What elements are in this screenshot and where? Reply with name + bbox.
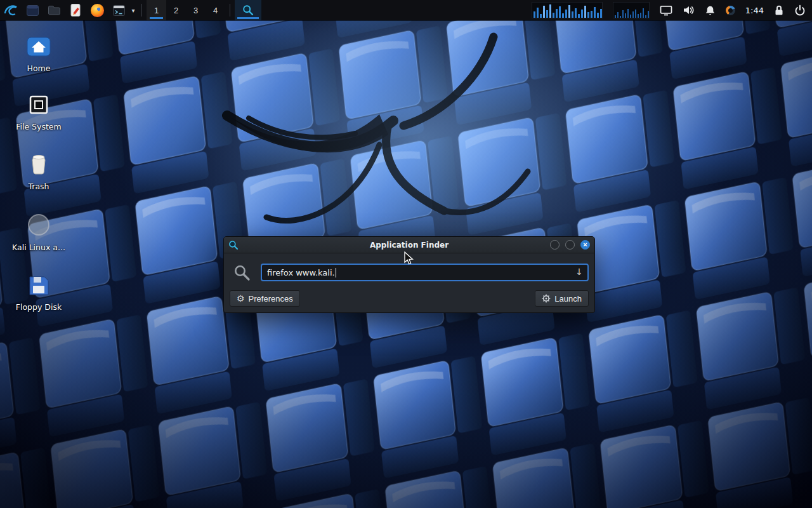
panel-clock[interactable]: 1:44 — [745, 6, 764, 15]
close-button[interactable]: × — [580, 240, 590, 250]
panel-tray: 1:44 — [532, 2, 812, 18]
text-caret — [336, 268, 336, 277]
search-input-text: firefox www.kali. — [267, 268, 335, 277]
desktop-icon-label: Kali Linux a... — [12, 243, 65, 252]
titlebar[interactable]: Application Finder × — [224, 237, 594, 253]
launch-run-icon — [542, 294, 551, 303]
network-graph-widget[interactable] — [613, 2, 650, 18]
applications-menu-button[interactable] — [0, 0, 22, 20]
volume-icon — [683, 5, 695, 15]
desktop-icon-kali-docs[interactable]: Kali Linux a... — [11, 212, 66, 252]
panel-separator — [230, 4, 230, 17]
panel-separator — [141, 4, 142, 17]
folder-icon — [48, 4, 61, 16]
firefox-icon — [91, 4, 104, 17]
launcher-firefox[interactable] — [86, 0, 108, 20]
desktop-icon-home[interactable]: Home — [11, 36, 66, 73]
launcher-dropdown-chevron-icon[interactable]: ▾ — [129, 7, 137, 14]
launch-button-label: Launch — [554, 294, 582, 304]
desktop-icon-file-system[interactable]: File System — [11, 94, 66, 131]
workspace-1[interactable]: 1 — [147, 0, 166, 20]
display-icon — [660, 5, 672, 16]
launcher-terminal[interactable] — [108, 0, 129, 20]
workspace-switcher: 1 2 3 4 — [147, 0, 225, 20]
application-finder-icon — [242, 4, 254, 16]
desktop-icon-label: Trash — [28, 182, 49, 191]
floppy-disk-icon — [26, 273, 51, 297]
desktop-icon-label: Floppy Disk — [16, 302, 62, 312]
window-title: Application Finder — [224, 241, 594, 250]
desktop-icon-label: Home — [27, 64, 51, 73]
maximize-button[interactable] — [565, 240, 575, 250]
preferences-button[interactable]: ⚙ Preferences — [230, 290, 300, 307]
desktop-icon-list: Home File System Trash Kali Linux a... — [11, 36, 66, 312]
home-icon — [25, 36, 52, 58]
lock-screen-button[interactable] — [774, 4, 784, 16]
workspace-2[interactable]: 2 — [166, 0, 186, 20]
cpu-graph-widget[interactable] — [532, 2, 603, 18]
search-icon — [233, 264, 251, 281]
status-indicator-icon — [726, 6, 735, 15]
volume-tray-button[interactable] — [683, 5, 695, 15]
lock-icon — [774, 4, 784, 16]
expand-arrow-icon[interactable]: ↓ — [575, 267, 583, 277]
kali-docs-icon — [26, 212, 51, 237]
notifications-tray-button[interactable] — [705, 5, 716, 16]
desktop-icon-label: File System — [16, 122, 62, 131]
search-input[interactable]: firefox www.kali. ↓ — [261, 264, 589, 281]
text-editor-icon — [69, 3, 82, 17]
bell-icon — [705, 5, 716, 16]
desktop: ▾ 1 2 3 4 — [0, 0, 812, 508]
window-icon — [26, 4, 39, 17]
trash-icon — [26, 152, 51, 177]
desktop-icon-trash[interactable]: Trash — [11, 152, 66, 191]
launch-button[interactable]: Launch — [535, 290, 589, 307]
top-panel: ▾ 1 2 3 4 — [0, 0, 812, 20]
file-system-icon — [26, 94, 51, 117]
display-tray-button[interactable] — [660, 5, 672, 16]
minimize-button[interactable] — [550, 240, 560, 250]
terminal-icon — [112, 4, 126, 17]
logout-button[interactable] — [794, 4, 806, 16]
kali-menu-icon — [3, 3, 18, 18]
taskbar-application-finder[interactable] — [235, 0, 261, 20]
gear-icon: ⚙ — [237, 294, 245, 303]
power-icon — [794, 4, 806, 16]
launcher-text-editor[interactable] — [65, 0, 86, 20]
dialog-body: firefox www.kali. ↓ ⚙ Preferences Laun — [224, 253, 594, 312]
desktop-icon-floppy-disk[interactable]: Floppy Disk — [11, 273, 66, 312]
window-buttons: × — [550, 240, 590, 250]
status-tray-button[interactable] — [726, 6, 735, 15]
workspace-4[interactable]: 4 — [206, 0, 225, 20]
application-finder-window: Application Finder × firefox www.kali. ↓ — [223, 236, 595, 313]
workspace-3[interactable]: 3 — [186, 0, 206, 20]
launcher-window[interactable] — [22, 0, 43, 20]
preferences-button-label: Preferences — [249, 294, 293, 304]
close-icon: × — [583, 241, 587, 248]
launcher-file-manager[interactable] — [43, 0, 65, 20]
